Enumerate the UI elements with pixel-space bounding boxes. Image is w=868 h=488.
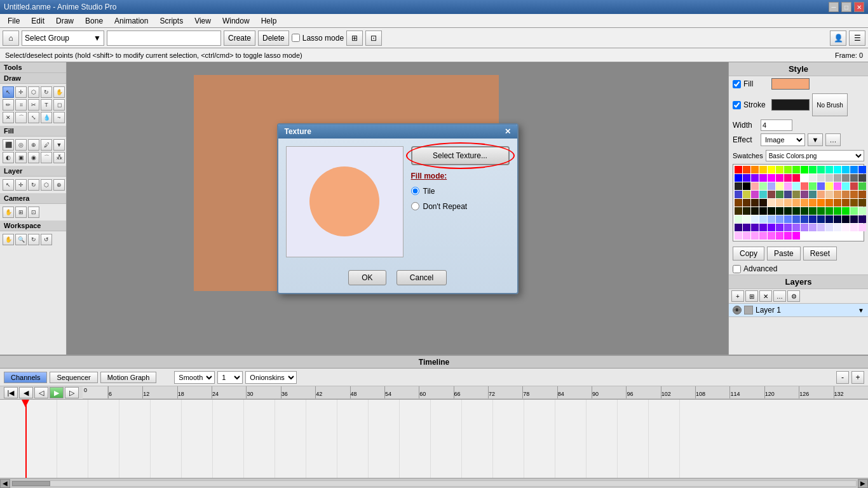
dont-repeat-radio[interactable]: [411, 202, 419, 210]
tool-camera1[interactable]: ✋: [3, 207, 14, 218]
paste-button[interactable]: Paste: [767, 247, 801, 261]
layer-visibility-icon[interactable]: 👁: [733, 306, 742, 315]
swatch-cell[interactable]: [768, 232, 775, 240]
next-button[interactable]: ▷: [65, 387, 79, 398]
layers-add-button[interactable]: +: [731, 290, 744, 302]
tool-fill-move[interactable]: ⊕: [28, 139, 39, 151]
swatch-cell[interactable]: [817, 182, 825, 190]
swatch-cell[interactable]: [809, 191, 817, 198]
swatch-cell[interactable]: [842, 199, 850, 207]
swatch-cell[interactable]: [817, 166, 825, 173]
swatch-cell[interactable]: [768, 166, 775, 173]
swatch-cell[interactable]: [858, 174, 866, 182]
swatch-cell[interactable]: [759, 166, 767, 173]
swatch-cell[interactable]: [834, 207, 841, 215]
menu-animation[interactable]: Animation: [109, 15, 153, 27]
onionskins-select[interactable]: Onionskins: [245, 371, 297, 384]
swatch-cell[interactable]: [776, 215, 783, 223]
swatch-cell[interactable]: [784, 207, 792, 215]
delete-button[interactable]: Delete: [258, 30, 289, 46]
swatch-cell[interactable]: [825, 207, 833, 215]
frame-count-select[interactable]: 1: [217, 371, 243, 384]
swatch-cell[interactable]: [776, 224, 783, 231]
swatch-cell[interactable]: [735, 215, 742, 223]
swatch-cell[interactable]: [850, 174, 858, 182]
swatch-cell[interactable]: [834, 191, 841, 198]
swatch-cell[interactable]: [743, 166, 750, 173]
no-brush-button[interactable]: No Brush: [812, 93, 848, 116]
swatch-cell[interactable]: [792, 224, 800, 231]
swatch-cell[interactable]: [743, 174, 750, 182]
swatch-cell[interactable]: [751, 199, 759, 207]
swatch-cell[interactable]: [809, 215, 817, 223]
tool-camera3[interactable]: ⊡: [28, 207, 39, 218]
swatch-cell[interactable]: [858, 224, 866, 231]
tool-layer5[interactable]: ⊕: [53, 179, 65, 191]
menu-scripts[interactable]: Scripts: [154, 15, 188, 27]
swatch-cell[interactable]: [784, 232, 792, 240]
tool-fill-eye[interactable]: ◉: [28, 152, 39, 163]
prev-frame-button[interactable]: ◀: [19, 387, 33, 398]
swatch-cell[interactable]: [743, 199, 750, 207]
swatch-cell[interactable]: [768, 199, 775, 207]
scroll-track[interactable]: [11, 480, 857, 487]
swatch-cell[interactable]: [850, 182, 858, 190]
swatch-cell[interactable]: [735, 191, 742, 198]
swatch-cell[interactable]: [743, 232, 750, 240]
swatch-cell[interactable]: [751, 174, 759, 182]
tile-radio[interactable]: [411, 187, 419, 195]
stroke-color-box[interactable]: [771, 99, 810, 111]
tool-curve[interactable]: ⌒: [15, 112, 27, 123]
swatch-cell[interactable]: [858, 166, 866, 173]
tool-fill-paint[interactable]: 🖊: [41, 139, 52, 151]
swatch-cell[interactable]: [809, 224, 817, 231]
swatch-cell[interactable]: [858, 182, 866, 190]
layers-settings-button[interactable]: ⚙: [787, 290, 800, 302]
swatch-cell[interactable]: [817, 191, 825, 198]
swatch-cell[interactable]: [743, 215, 750, 223]
swatch-cell[interactable]: [809, 166, 817, 173]
swatch-cell[interactable]: [759, 199, 767, 207]
swatch-cell[interactable]: [850, 191, 858, 198]
swatch-cell[interactable]: [759, 174, 767, 182]
swatch-cell[interactable]: [850, 166, 858, 173]
swatch-cell[interactable]: [801, 182, 808, 190]
tool-fill-color[interactable]: ◐: [3, 152, 14, 163]
swatch-cell[interactable]: [776, 191, 783, 198]
swatch-cell[interactable]: [776, 182, 783, 190]
swatch-cell[interactable]: [809, 199, 817, 207]
swatch-cell[interactable]: [751, 232, 759, 240]
title-bar-buttons[interactable]: ─ □ ✕: [829, 2, 864, 12]
tool-ws3[interactable]: ↻: [28, 234, 39, 245]
tool-transform[interactable]: ⬡: [28, 86, 39, 98]
swatch-cell[interactable]: [842, 215, 850, 223]
swatch-cell[interactable]: [834, 166, 841, 173]
swatch-cell[interactable]: [735, 207, 742, 215]
tool-ws2[interactable]: 🔍: [15, 234, 27, 245]
smooth-select[interactable]: Smooth: [174, 371, 215, 384]
swatch-cell[interactable]: [842, 224, 850, 231]
cancel-button[interactable]: Cancel: [397, 270, 447, 285]
reset-button[interactable]: Reset: [803, 247, 837, 261]
swatch-cell[interactable]: [768, 191, 775, 198]
swatch-cell[interactable]: [850, 199, 858, 207]
swatch-cell[interactable]: [743, 182, 750, 190]
swatch-cell[interactable]: [768, 215, 775, 223]
fill-color-box[interactable]: [771, 78, 810, 90]
swatch-cell[interactable]: [751, 215, 759, 223]
swatch-cell[interactable]: [759, 215, 767, 223]
create-button[interactable]: Create: [224, 30, 255, 46]
swatch-cell[interactable]: [751, 224, 759, 231]
layer-1-row[interactable]: 👁 Layer 1 ▼: [729, 304, 868, 317]
swatch-cell[interactable]: [850, 207, 858, 215]
swatch-cell[interactable]: [825, 166, 833, 173]
swatch-cell[interactable]: [735, 232, 742, 240]
swatch-cell[interactable]: [825, 199, 833, 207]
swatch-cell[interactable]: [792, 174, 800, 182]
swatch-cell[interactable]: [801, 199, 808, 207]
swatch-cell[interactable]: [743, 224, 750, 231]
swatch-cell[interactable]: [825, 174, 833, 182]
swatch-cell[interactable]: [768, 224, 775, 231]
tab-sequencer[interactable]: Sequencer: [50, 372, 97, 383]
swatch-cell[interactable]: [768, 182, 775, 190]
